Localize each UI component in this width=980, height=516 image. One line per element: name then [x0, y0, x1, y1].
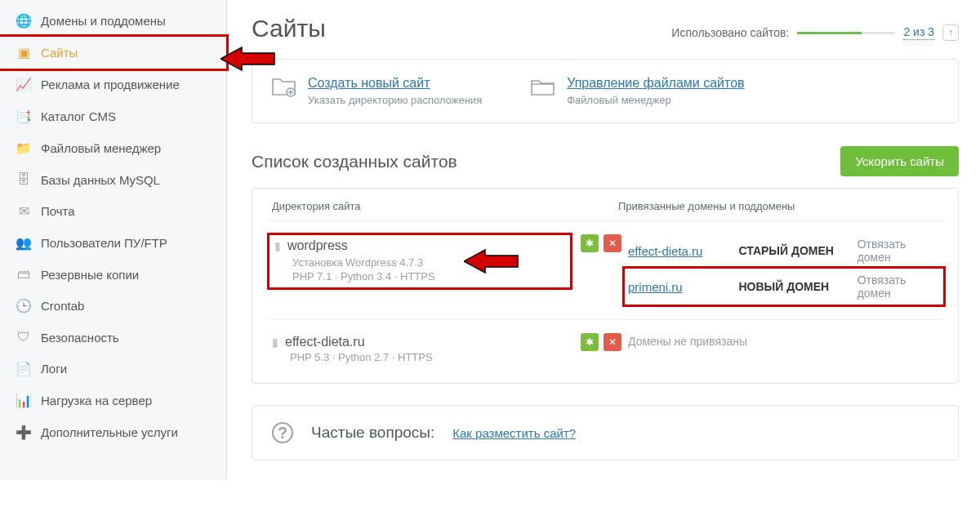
site-settings-button[interactable]: ✱ [581, 333, 599, 351]
shield-icon: 🛡 [15, 330, 33, 345]
site-domains: effect-dieta.ru СТАРЫЙ ДОМЕН Отвязать до… [625, 233, 943, 305]
annotation-arrow-icon [464, 247, 521, 276]
sidebar-item-label: Файловый менеджер [41, 141, 161, 155]
sidebar-item-security[interactable]: 🛡 Безопасность [0, 322, 226, 353]
folder-icon: 📁 [15, 140, 33, 156]
folder-plus-icon [272, 76, 296, 97]
domain-tag: НОВЫЙ ДОМЕН [738, 280, 857, 293]
database-icon: 🗄 [15, 172, 33, 187]
users-icon: 👥 [15, 235, 33, 251]
sidebar-item-backups[interactable]: 🗃 Резервные копии [0, 259, 226, 290]
site-dir-name[interactable]: effect-dieta.ru [285, 335, 365, 349]
archive-icon: 🗃 [15, 267, 33, 282]
domain-link[interactable]: primeni.ru [628, 280, 738, 294]
site-domains: Домены не привязаны [625, 331, 943, 351]
sites-list-title: Список созданных сайтов [252, 152, 457, 171]
site-dir-name[interactable]: wordpress [287, 238, 348, 252]
site-icon: ▣ [15, 45, 33, 60]
site-row: ▮wordpress Установка Wordpress 4.7.3 PHP… [267, 220, 943, 319]
folder-icon: ▮ [272, 336, 278, 349]
annotation-arrow-icon [220, 44, 278, 73]
faq-title: Частые вопросы: [311, 424, 434, 442]
sidebar-item-crontab[interactable]: 🕒 Crontab [0, 290, 226, 322]
bars-icon: 📊 [15, 393, 33, 408]
sidebar-item-label: Почта [41, 204, 75, 218]
sidebar-item-label: Crontab [41, 299, 84, 313]
sidebar-item-extra[interactable]: ➕ Дополнительные услуги [0, 416, 226, 448]
manage-files-sub: Файловый менеджер [567, 94, 744, 106]
create-site-block: Создать новый сайт Указать директорию ра… [272, 76, 482, 106]
sidebar-item-mail[interactable]: ✉ Почта [0, 195, 226, 227]
sidebar-item-users[interactable]: 👥 Пользователи ПУ/FTP [0, 227, 226, 259]
site-settings-button[interactable]: ✱ [581, 234, 599, 252]
unbind-domain-link[interactable]: Отвязать домен [858, 274, 940, 300]
domain-tag: СТАРЫЙ ДОМЕН [738, 244, 857, 257]
sidebar-item-label: Нагрузка на сервер [41, 394, 152, 407]
speedup-sites-button[interactable]: Ускорить сайты [840, 146, 959, 176]
site-directory-box: ▮wordpress Установка Wordpress 4.7.3 PHP… [267, 233, 572, 290]
col-directory: Директория сайта [267, 200, 618, 212]
site-tech-info: PHP 7.1 · Python 3.4 · HTTPS [292, 270, 564, 282]
site-delete-button[interactable]: ✕ [604, 333, 621, 351]
no-domains-text: Домены не привязаны [625, 331, 943, 351]
sidebar-item-label: Домены и поддомены [41, 14, 166, 28]
create-site-sub: Указать директорию расположения [308, 94, 482, 106]
mail-icon: ✉ [15, 203, 33, 219]
question-icon: ? [272, 422, 293, 443]
sidebar-item-load[interactable]: 📊 Нагрузка на сервер [0, 385, 226, 416]
globe-icon: 🌐 [15, 13, 33, 29]
sidebar-item-sites[interactable]: ▣ Сайты [0, 34, 229, 71]
manage-files-block: Управление файлами сайтов Файловый менед… [531, 76, 744, 106]
svg-marker-1 [220, 47, 274, 70]
sidebar-item-label: Безопасность [41, 331, 119, 345]
sidebar-item-label: Логи [41, 362, 67, 376]
folder-icon: ▮ [274, 239, 281, 252]
site-install-info: Установка Wordpress 4.7.3 [292, 256, 564, 269]
action-panel: Создать новый сайт Указать директорию ра… [252, 59, 959, 123]
usage-label: Использовано сайтов: [671, 26, 789, 39]
folder-open-icon [531, 76, 555, 97]
faq-panel: ? Частые вопросы: Как разместить сайт? [252, 405, 959, 460]
page-title: Сайты [252, 15, 326, 42]
site-row: ▮effect-dieta.ru PHP 5.3 · Python 2.7 · … [267, 319, 943, 383]
sidebar-item-ads[interactable]: 📈 Реклама и продвижение [0, 69, 226, 100]
unbind-domain-link[interactable]: Отвязать домен [858, 238, 940, 264]
sidebar-item-label: Дополнительные услуги [41, 425, 178, 439]
domain-link[interactable]: effect-dieta.ru [628, 244, 738, 258]
usage-meter: Использовано сайтов: 2 из 3 ↑ [671, 24, 959, 41]
usage-count[interactable]: 2 из 3 [903, 25, 934, 40]
domain-row: effect-dieta.ru СТАРЫЙ ДОМЕН Отвязать до… [625, 233, 943, 269]
sidebar-item-label: Резервные копии [41, 268, 139, 282]
site-tech-info: PHP 5.3 · Python 2.7 · HTTPS [290, 351, 566, 363]
sidebar: 🌐 Домены и поддомены ▣ Сайты 📈 Реклама и… [0, 0, 227, 480]
chart-icon: 📈 [15, 77, 33, 92]
doc-icon: 📄 [15, 361, 33, 376]
domain-row: primeni.ru НОВЫЙ ДОМЕН Отвязать домен [622, 266, 946, 307]
sidebar-item-logs[interactable]: 📄 Логи [0, 353, 226, 385]
sidebar-item-label: Каталог CMS [41, 109, 116, 123]
sidebar-item-domains[interactable]: 🌐 Домены и поддомены [0, 5, 226, 37]
manage-files-link[interactable]: Управление файлами сайтов [567, 76, 744, 91]
sidebar-item-mysql[interactable]: 🗄 Базы данных MySQL [0, 164, 226, 195]
sidebar-item-cms[interactable]: 📑 Каталог CMS [0, 100, 226, 132]
main-content: Сайты Использовано сайтов: 2 из 3 ↑ Созд… [227, 0, 980, 480]
create-site-link[interactable]: Создать новый сайт [308, 76, 482, 91]
scroll-top-button[interactable]: ↑ [942, 24, 959, 41]
svg-marker-2 [464, 250, 518, 273]
usage-bar [797, 32, 895, 34]
faq-link[interactable]: Как разместить сайт? [452, 426, 576, 440]
sites-list: Директория сайта Привязанные домены и по… [252, 188, 959, 384]
plus-icon: ➕ [15, 425, 33, 440]
sidebar-item-label: Пользователи ПУ/FTP [41, 236, 167, 250]
clock-icon: 🕒 [15, 298, 33, 314]
site-directory-box: ▮effect-dieta.ru PHP 5.3 · Python 2.7 · … [267, 331, 572, 368]
sidebar-item-label: Базы данных MySQL [41, 173, 160, 187]
sidebar-item-label: Сайты [41, 46, 78, 60]
catalog-icon: 📑 [15, 109, 33, 124]
sidebar-item-files[interactable]: 📁 Файловый менеджер [0, 132, 226, 164]
sidebar-item-label: Реклама и продвижение [41, 78, 180, 91]
site-delete-button[interactable]: ✕ [604, 234, 621, 252]
col-domains: Привязанные домены и поддомены [618, 200, 943, 212]
